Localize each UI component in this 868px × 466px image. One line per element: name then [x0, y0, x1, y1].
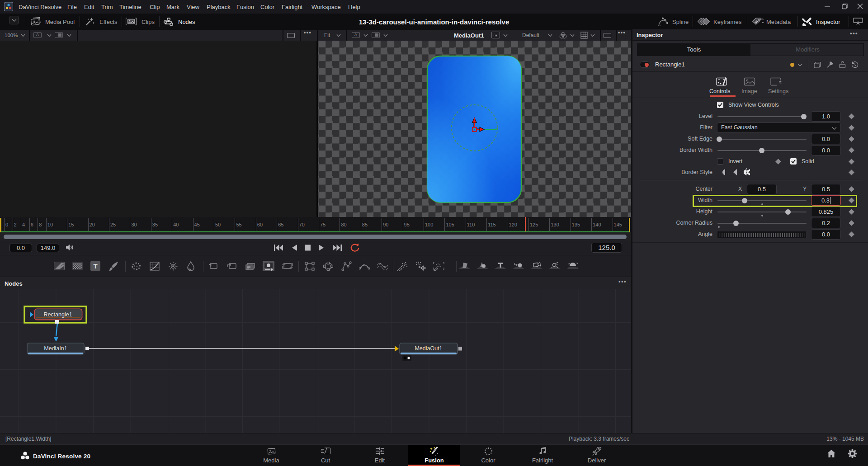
svg-text:Rectangle1: Rectangle1 — [43, 311, 72, 318]
svg-text:MediaIn1: MediaIn1 — [44, 345, 67, 352]
svg-text:MediaOut1: MediaOut1 — [415, 345, 442, 352]
